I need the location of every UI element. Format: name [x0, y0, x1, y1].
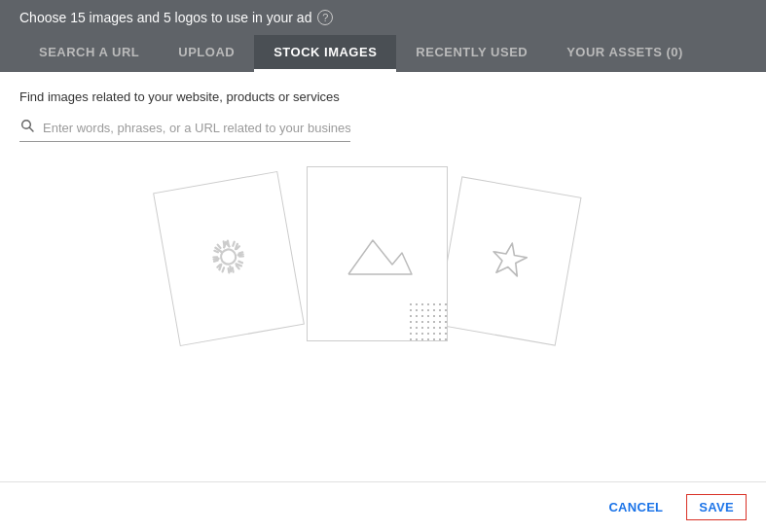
- svg-line-1: [29, 127, 33, 131]
- header-title-text: Choose 15 images and 5 logos to use in y…: [19, 10, 311, 25]
- main-content: Find images related to your website, pro…: [0, 72, 766, 393]
- tab-recently-used[interactable]: RECENTLY USED: [396, 35, 547, 72]
- star-icon: [479, 230, 538, 292]
- cancel-button[interactable]: CANCEL: [601, 494, 671, 520]
- card-right: [435, 176, 581, 345]
- tabs-bar: SEARCH A URL UPLOAD STOCK IMAGES RECENTL…: [19, 35, 747, 72]
- tab-upload[interactable]: UPLOAD: [159, 35, 254, 72]
- help-icon[interactable]: ?: [317, 10, 333, 25]
- search-icon: [19, 118, 35, 137]
- dotted-corner-decoration: [408, 301, 447, 340]
- save-button[interactable]: SAVE: [686, 494, 747, 520]
- card-center: [307, 166, 448, 341]
- illustration-area: [19, 161, 747, 375]
- tab-stock-images[interactable]: STOCK IMAGES: [254, 35, 396, 72]
- card-left: [153, 171, 305, 346]
- tab-search-url[interactable]: SEARCH A URL: [19, 35, 159, 72]
- footer: CANCEL SAVE: [0, 481, 766, 532]
- tab-your-assets[interactable]: YOUR ASSETS (0): [547, 35, 703, 72]
- search-bar: [19, 118, 350, 142]
- search-input[interactable]: [43, 121, 350, 135]
- header-title: Choose 15 images and 5 logos to use in y…: [19, 10, 747, 35]
- gear-icon: [200, 228, 259, 290]
- svg-marker-3: [490, 239, 529, 276]
- mountain-icon: [339, 226, 417, 283]
- header-bar: Choose 15 images and 5 logos to use in y…: [0, 0, 766, 72]
- description-text: Find images related to your website, pro…: [19, 89, 747, 104]
- svg-point-2: [220, 248, 237, 266]
